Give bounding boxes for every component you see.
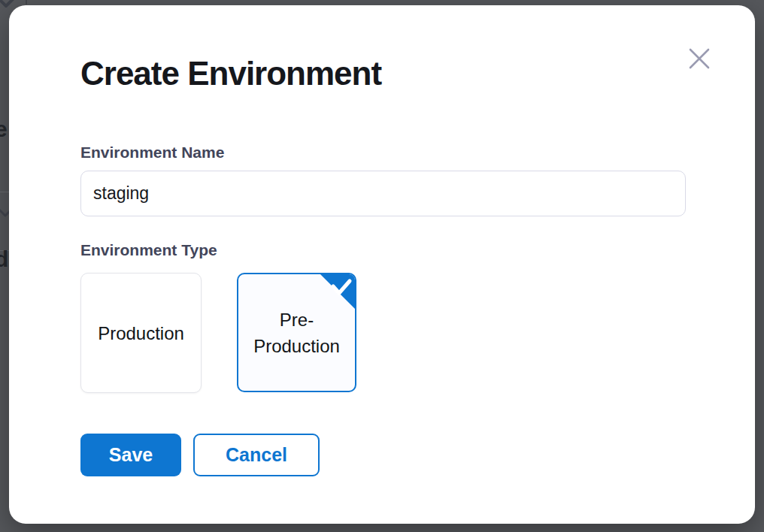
backdrop-divider bbox=[26, 0, 27, 5]
backdrop-text-fragment: d bbox=[0, 246, 8, 272]
backdrop-text-fragment: e bbox=[0, 116, 8, 142]
environment-name-label: Environment Name bbox=[80, 144, 224, 162]
option-label: Pre-Production bbox=[246, 307, 347, 359]
chevron-down-icon bbox=[0, 0, 14, 12]
environment-type-options: Production Pre-Production bbox=[80, 273, 356, 393]
close-icon bbox=[688, 47, 711, 70]
dialog-actions: Save Cancel bbox=[80, 434, 320, 476]
option-card-pre-production[interactable]: Pre-Production bbox=[237, 273, 356, 392]
save-button[interactable]: Save bbox=[80, 434, 181, 476]
option-label: Production bbox=[98, 320, 184, 346]
dialog-title: Create Environment bbox=[80, 53, 381, 95]
close-button[interactable] bbox=[685, 44, 714, 73]
cancel-button[interactable]: Cancel bbox=[193, 434, 320, 476]
environment-name-input[interactable] bbox=[80, 171, 686, 216]
option-card-production[interactable]: Production bbox=[80, 273, 202, 393]
create-environment-dialog: Create Environment Environment Name Envi… bbox=[9, 5, 755, 524]
environment-type-label: Environment Type bbox=[80, 241, 217, 259]
